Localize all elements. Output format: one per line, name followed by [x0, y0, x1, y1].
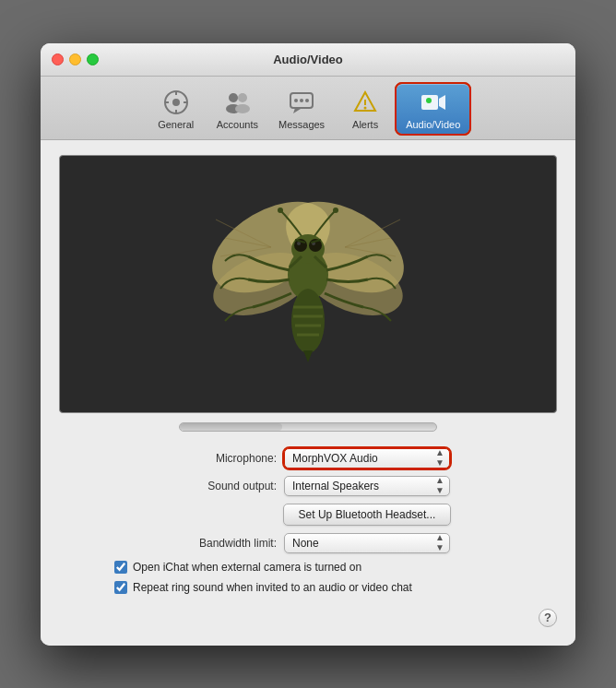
svg-marker-35 — [303, 350, 313, 362]
bottom-row: ? — [59, 609, 557, 627]
microphone-row: Microphone: MorphVOX Audio ▲ ▼ — [59, 448, 557, 469]
window-controls — [52, 53, 99, 65]
ring-checkbox[interactable] — [114, 581, 127, 594]
microphone-label: Microphone: — [166, 452, 277, 465]
camera-checkbox-label: Open iChat when external camera is turne… — [133, 561, 361, 574]
tab-alerts-label: Alerts — [352, 119, 378, 130]
tab-messages-label: Messages — [278, 119, 325, 130]
settings-form: Microphone: MorphVOX Audio ▲ ▼ Sound out… — [59, 448, 557, 627]
tab-accounts-label: Accounts — [217, 119, 258, 130]
sound-output-select-wrapper: Internal Speakers ▲ ▼ — [284, 476, 450, 496]
alerts-icon — [350, 88, 380, 117]
tab-alerts[interactable]: Alerts — [336, 84, 395, 134]
svg-point-9 — [235, 104, 250, 113]
tab-general-label: General — [158, 119, 194, 130]
svg-point-44 — [333, 208, 338, 213]
checkbox-ring-row: Repeat ring sound when invited to an aud… — [59, 581, 557, 594]
titlebar: Audio/Video — [41, 43, 575, 77]
svg-point-30 — [291, 289, 325, 353]
minimize-button[interactable] — [69, 53, 81, 65]
audiovideo-icon — [419, 88, 448, 117]
svg-point-39 — [297, 242, 301, 245]
audio-level-bar — [59, 422, 557, 432]
svg-point-13 — [305, 99, 309, 102]
svg-point-18 — [426, 98, 432, 103]
tab-audiovideo[interactable]: Audio/Video — [397, 84, 469, 134]
help-button[interactable]: ? — [539, 609, 557, 627]
level-indicator — [179, 422, 437, 432]
bluetooth-row: Set Up Bluetooth Headset... — [59, 504, 557, 526]
bandwidth-label: Bandwidth limit: — [166, 537, 277, 550]
messages-icon — [287, 88, 316, 117]
svg-point-43 — [278, 208, 283, 213]
bandwidth-row: Bandwidth limit: None ▲ ▼ — [59, 533, 557, 553]
preferences-window: Audio/Video General — [41, 43, 575, 646]
accounts-icon — [222, 88, 252, 117]
ring-checkbox-label: Repeat ring sound when invited to an aud… — [133, 581, 412, 594]
tab-accounts[interactable]: Accounts — [207, 84, 267, 134]
sound-output-select[interactable]: Internal Speakers — [284, 476, 450, 496]
sound-output-label: Sound output: — [166, 480, 277, 492]
tab-general[interactable]: General — [147, 84, 206, 134]
bluetooth-button[interactable]: Set Up Bluetooth Headset... — [283, 504, 452, 526]
bandwidth-select[interactable]: None — [284, 533, 450, 553]
close-button[interactable] — [52, 53, 64, 65]
microphone-select-wrapper: MorphVOX Audio ▲ ▼ — [284, 448, 450, 469]
svg-point-12 — [300, 99, 303, 102]
tab-audiovideo-label: Audio/Video — [406, 119, 460, 130]
video-preview — [59, 155, 557, 413]
window-title: Audio/Video — [273, 53, 343, 66]
svg-point-15 — [364, 106, 367, 109]
tab-messages[interactable]: Messages — [269, 84, 334, 134]
svg-point-11 — [294, 99, 298, 102]
maximize-button[interactable] — [87, 53, 99, 65]
level-fill — [180, 423, 282, 431]
camera-checkbox[interactable] — [114, 561, 127, 574]
svg-point-8 — [238, 93, 247, 102]
content-area: Microphone: MorphVOX Audio ▲ ▼ Sound out… — [41, 140, 575, 646]
svg-point-1 — [172, 99, 180, 106]
checkbox-camera-row: Open iChat when external camera is turne… — [59, 561, 557, 574]
microphone-select[interactable]: MorphVOX Audio — [284, 448, 450, 469]
bug-illustration — [197, 164, 419, 404]
bandwidth-select-wrapper: None ▲ ▼ — [284, 533, 450, 553]
sound-output-row: Sound output: Internal Speakers ▲ ▼ — [59, 476, 557, 496]
svg-point-6 — [229, 93, 238, 102]
toolbar: General Accounts — [41, 77, 575, 140]
general-icon — [161, 88, 191, 117]
svg-marker-17 — [439, 95, 445, 110]
